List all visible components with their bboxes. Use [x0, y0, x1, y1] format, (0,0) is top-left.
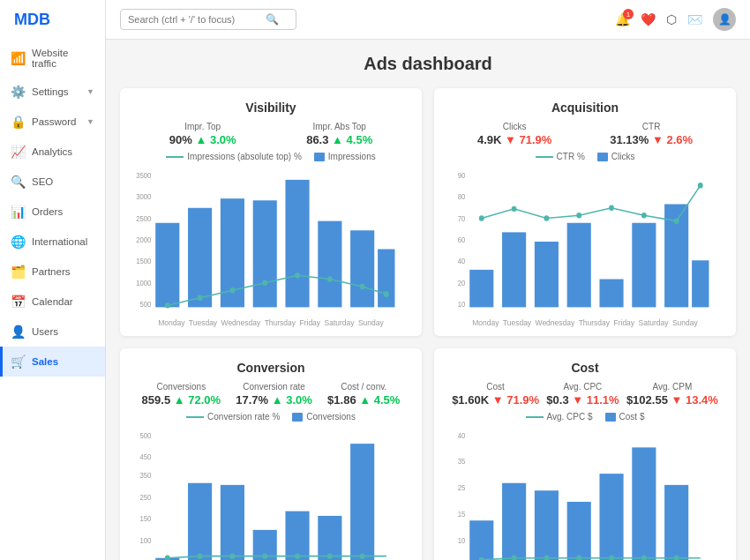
svg-rect-59 — [350, 444, 374, 560]
email-button[interactable]: ✉️ — [687, 12, 702, 26]
sidebar-item-calendar[interactable]: 📅 Calendar — [0, 287, 105, 317]
acquisition-card: Acquisition Clicks 4.9K ▼ 71.9% CTR 31.1… — [434, 88, 736, 336]
svg-rect-78 — [632, 447, 656, 560]
svg-rect-8 — [188, 208, 212, 308]
github-button[interactable]: ⬡ — [666, 12, 677, 26]
chevron-down-icon: ▼ — [86, 87, 94, 96]
svg-rect-75 — [535, 490, 559, 560]
acquisition-metrics: Clicks 4.9K ▼ 71.9% CTR 31.13% ▼ 2.6% — [448, 122, 722, 146]
svg-text:90: 90 — [458, 171, 466, 179]
sidebar-label: Calendar — [32, 296, 94, 307]
seo-icon: 🔍 — [11, 175, 25, 189]
visibility-legend: Impressions (absolute top) % Impressions — [134, 152, 408, 161]
visibility-days: MondayTuesdayWednesdayThursdayFridaySatu… — [134, 318, 408, 327]
svg-point-18 — [262, 280, 267, 286]
sidebar-label: Sales — [32, 356, 94, 367]
svg-text:70: 70 — [458, 214, 466, 222]
svg-rect-77 — [599, 474, 623, 560]
active-indicator — [0, 347, 3, 377]
svg-point-62 — [230, 553, 236, 558]
sidebar-label: International — [32, 236, 94, 247]
cost-metric: Cost $1.60K ▼ 71.9% — [452, 382, 539, 407]
ctr-metric: CTR 31.13% ▼ 2.6% — [610, 122, 693, 146]
svg-rect-32 — [535, 242, 559, 307]
acquisition-days: MondayTuesdayWednesdayThursdayFridaySatu… — [448, 318, 722, 327]
sidebar-item-website-traffic[interactable]: 📶 Website traffic — [0, 40, 105, 77]
conversions-metric: Conversions 859.5 ▲ 72.0% — [142, 382, 221, 407]
logo: MDB — [0, 0, 105, 40]
svg-point-15 — [165, 302, 170, 308]
search-icon: 🔍 — [266, 13, 279, 26]
search-input[interactable] — [128, 14, 260, 25]
svg-rect-11 — [285, 180, 309, 308]
avatar[interactable]: 👤 — [713, 8, 736, 31]
impr-top-metric: Impr. Top 90% ▲ 3.0% — [169, 122, 236, 146]
svg-point-64 — [295, 553, 300, 558]
svg-point-63 — [262, 553, 267, 558]
sidebar-item-users[interactable]: 👤 Users — [0, 317, 105, 347]
svg-text:40: 40 — [458, 258, 466, 265]
charts-grid: Visibility Impr. Top 90% ▲ 3.0% Impr. Ab… — [120, 88, 736, 560]
dashboard: Ads dashboard Visibility Impr. Top 90% ▲… — [106, 40, 750, 560]
svg-text:150: 150 — [139, 515, 151, 523]
svg-rect-10 — [253, 200, 277, 307]
sidebar-label: SEO — [32, 176, 94, 187]
sidebar-item-orders[interactable]: 📊 Orders — [0, 197, 105, 227]
svg-text:60: 60 — [458, 236, 466, 244]
notification-badge: 1 — [623, 9, 634, 19]
cost-title: Cost — [448, 361, 722, 375]
svg-rect-13 — [350, 230, 374, 307]
visibility-title: Visibility — [134, 101, 408, 115]
svg-text:500: 500 — [139, 431, 151, 439]
visibility-card: Visibility Impr. Top 90% ▲ 3.0% Impr. Ab… — [120, 88, 422, 336]
svg-text:2500: 2500 — [136, 214, 152, 222]
sidebar-item-settings[interactable]: ⚙️ Settings ▼ — [0, 77, 105, 107]
sales-icon: 🛒 — [11, 355, 25, 369]
svg-point-43 — [641, 213, 647, 218]
cost-card: Cost Cost $1.60K ▼ 71.9% Avg. CPC $0.3 ▼… — [434, 348, 736, 560]
svg-rect-57 — [285, 511, 309, 560]
chevron-down-icon: ▼ — [86, 117, 94, 126]
partners-icon: 🗂️ — [11, 265, 25, 279]
svg-rect-34 — [599, 280, 623, 308]
cost-legend: Avg. CPC $ Cost $ — [448, 412, 722, 422]
sidebar-item-seo[interactable]: 🔍 SEO — [0, 167, 105, 197]
acquisition-svg: 90 80 70 60 40 20 10 — [448, 167, 722, 317]
page-title: Ads dashboard — [120, 54, 736, 74]
notification-button[interactable]: 🔔1 — [615, 12, 630, 26]
sidebar-item-partners[interactable]: 🗂️ Partners — [0, 257, 105, 287]
svg-text:10: 10 — [458, 301, 466, 309]
visibility-metrics: Impr. Top 90% ▲ 3.0% Impr. Abs Top 86.3 … — [134, 122, 408, 146]
search-box[interactable]: 🔍 — [120, 9, 296, 30]
svg-text:20: 20 — [458, 280, 466, 287]
svg-text:100: 100 — [139, 536, 151, 544]
svg-rect-33 — [567, 223, 591, 308]
heart-button[interactable]: ❤️ — [641, 12, 656, 26]
svg-point-66 — [360, 553, 365, 558]
svg-text:450: 450 — [139, 453, 151, 461]
conversion-title: Conversion — [134, 361, 408, 375]
sidebar-item-analytics[interactable]: 📈 Analytics — [0, 137, 105, 167]
orders-icon: 📊 — [11, 205, 25, 219]
sidebar-item-password[interactable]: 🔒 Password ▼ — [0, 107, 105, 137]
topbar: 🔍 🔔1 ❤️ ⬡ ✉️ 👤 — [106, 0, 750, 40]
cost-chart: 40 35 25 15 10 5 — [448, 427, 722, 560]
lock-icon: 🔒 — [11, 115, 25, 129]
svg-rect-30 — [469, 270, 493, 308]
sidebar-label: Settings — [32, 86, 79, 97]
svg-text:1500: 1500 — [136, 258, 152, 265]
settings-icon: ⚙️ — [11, 85, 25, 99]
cost-svg: 40 35 25 15 10 5 — [448, 427, 722, 560]
users-icon: 👤 — [11, 325, 25, 339]
svg-text:40: 40 — [458, 431, 466, 439]
svg-point-44 — [674, 218, 679, 223]
svg-point-61 — [198, 553, 203, 558]
clicks-metric: Clicks 4.9K ▼ 71.9% — [477, 122, 551, 146]
sidebar-item-sales[interactable]: 🛒 Sales — [0, 347, 105, 377]
sidebar-item-international[interactable]: 🌐 International — [0, 227, 105, 257]
svg-point-41 — [576, 213, 581, 218]
svg-point-45 — [698, 183, 703, 188]
svg-rect-12 — [318, 221, 341, 308]
svg-point-39 — [512, 206, 517, 212]
conv-rate-metric: Conversion rate 17.7% ▲ 3.0% — [236, 382, 312, 407]
